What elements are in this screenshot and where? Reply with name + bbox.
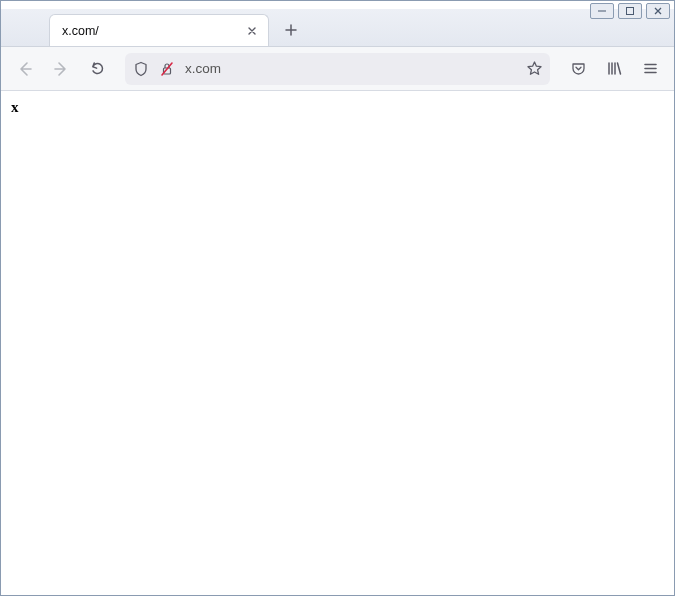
library-icon bbox=[606, 60, 623, 77]
navigation-toolbar bbox=[1, 47, 674, 91]
app-menu-button[interactable] bbox=[634, 53, 666, 85]
page-content: x bbox=[1, 91, 674, 595]
svg-rect-1 bbox=[627, 8, 634, 15]
url-bar[interactable] bbox=[125, 53, 550, 85]
window-control-buttons bbox=[590, 3, 670, 19]
maximize-button[interactable] bbox=[618, 3, 642, 19]
back-button[interactable] bbox=[9, 53, 41, 85]
window-titlebar bbox=[1, 1, 674, 9]
library-button[interactable] bbox=[598, 53, 630, 85]
forward-button[interactable] bbox=[45, 53, 77, 85]
insecure-lock-icon bbox=[159, 61, 175, 77]
reload-icon bbox=[89, 60, 106, 77]
reload-button[interactable] bbox=[81, 53, 113, 85]
tab-strip: x.com/ bbox=[1, 9, 674, 47]
tab-title: x.com/ bbox=[62, 24, 234, 38]
pocket-icon bbox=[570, 60, 587, 77]
bookmark-button[interactable] bbox=[524, 60, 544, 77]
svg-rect-0 bbox=[598, 11, 606, 12]
arrow-right-icon bbox=[52, 60, 70, 78]
tracking-protection-button[interactable] bbox=[131, 61, 151, 77]
minimize-button[interactable] bbox=[590, 3, 614, 19]
close-window-button[interactable] bbox=[646, 3, 670, 19]
arrow-left-icon bbox=[16, 60, 34, 78]
close-icon bbox=[246, 25, 258, 37]
shield-icon bbox=[133, 61, 149, 77]
save-to-pocket-button[interactable] bbox=[562, 53, 594, 85]
hamburger-icon bbox=[642, 60, 659, 77]
page-body-text: x bbox=[11, 99, 19, 115]
star-icon bbox=[526, 60, 543, 77]
url-input[interactable] bbox=[183, 60, 518, 77]
browser-tab[interactable]: x.com/ bbox=[49, 14, 269, 46]
browser-window: x.com/ bbox=[0, 0, 675, 596]
new-tab-button[interactable] bbox=[277, 16, 305, 44]
svg-rect-2 bbox=[164, 68, 171, 74]
plus-icon bbox=[284, 23, 298, 37]
tab-close-button[interactable] bbox=[242, 21, 262, 41]
site-security-button[interactable] bbox=[157, 61, 177, 77]
